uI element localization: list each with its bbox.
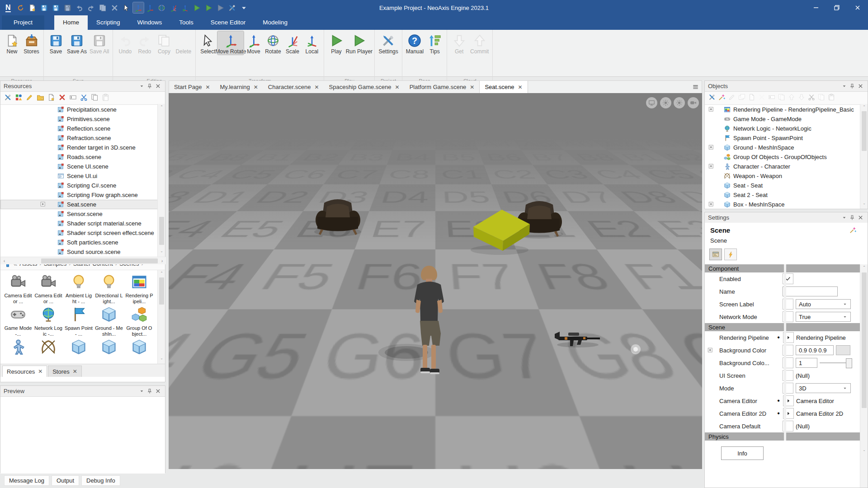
stores-button[interactable]: Stores	[22, 31, 41, 55]
panel-menu-icon[interactable]	[840, 82, 848, 90]
resources-scrollbar[interactable]: ˆˇ	[157, 104, 165, 257]
tree-item-refraction-scene[interactable]: Refraction.scene	[0, 133, 165, 143]
name-input[interactable]	[783, 286, 838, 296]
qat-axis-button[interactable]	[145, 2, 156, 13]
asset-thumb-spawn-point-[interactable]: Spawn Point - ...	[65, 306, 93, 337]
qat-cursor-button[interactable]	[121, 2, 132, 13]
tree-item-scene-ui-scene[interactable]: Scene UI.scene	[0, 162, 165, 171]
object-rendering-pipeline-renderingpipeline-basic[interactable]: Rendering Pipeline - RenderingPipeline_B…	[705, 105, 868, 114]
doc-tab-seat-scene[interactable]: Seat.scene✕	[479, 81, 528, 93]
toolbar-folder-star-button[interactable]	[37, 94, 44, 103]
bottom-tab-message-log[interactable]: Message Log	[4, 475, 49, 486]
qat-undo-button[interactable]	[74, 2, 85, 13]
asset-thumb-network-logic-[interactable]: Network Logic -...	[34, 306, 62, 337]
pin-icon[interactable]	[848, 214, 856, 222]
info-button[interactable]: Info	[721, 446, 764, 460]
tree-item-seat-scene[interactable]: Seat.scene	[0, 200, 165, 209]
menu-tab-windows[interactable]: Windows	[129, 15, 171, 30]
thumbnails-scrollbar[interactable]: ˆˇ	[157, 270, 165, 364]
tree-item-reflection-scene[interactable]: Reflection.scene	[0, 124, 165, 133]
save-all-button[interactable]: Save All	[88, 31, 110, 55]
object-network-logic-networklogic[interactable]: Network Logic - NetworkLogic	[705, 124, 868, 133]
expander-icon[interactable]	[708, 347, 713, 355]
viewport-brightness-button[interactable]	[660, 97, 671, 108]
play-button[interactable]: Play	[326, 31, 346, 55]
qat-floppy-button[interactable]	[62, 2, 73, 13]
settings-scrollbar[interactable]: ˆˇ	[860, 264, 868, 488]
qat-play-button[interactable]	[192, 2, 203, 13]
qat-axis-button[interactable]	[133, 2, 144, 13]
toolbar-copy-button[interactable]	[91, 94, 99, 103]
toolbar-window2-button[interactable]	[738, 94, 745, 103]
asset-thumb-directional-light-[interactable]: Directional Light...	[95, 274, 123, 304]
qat-play-button[interactable]	[215, 2, 226, 13]
panel-menu-icon[interactable]	[137, 82, 146, 90]
pin-icon[interactable]	[146, 387, 154, 395]
qat-page-star-button[interactable]	[27, 2, 38, 13]
save-as-button[interactable]: Save As	[66, 31, 88, 55]
object-spawn-point-spawnpoint[interactable]: Spawn Point - SpawnPoint	[705, 133, 868, 143]
asset-thumb-bow[interactable]	[34, 339, 62, 358]
dropdown[interactable]: 3D	[796, 383, 851, 393]
tree-item-shader-script-screen-effect-scene[interactable]: Shader script screen effect.scene	[0, 228, 165, 238]
panel-menu-icon[interactable]	[137, 387, 146, 395]
close-icon[interactable]	[856, 82, 864, 90]
resources-hscrollbar[interactable]: ‹›	[0, 257, 166, 264]
close-icon[interactable]: ✕	[314, 84, 319, 90]
doc-tab-character-scene[interactable]: Character.scene✕	[263, 81, 324, 93]
object-weapon-weapon[interactable]: Weapon - Weapon	[705, 171, 868, 181]
tree-item-shader-script-material-scene[interactable]: Shader script material.scene	[0, 219, 165, 228]
pin-icon[interactable]	[848, 82, 856, 90]
qat-caret-down-button[interactable]	[239, 2, 250, 13]
close-icon[interactable]: ✕	[395, 84, 400, 90]
qat-floppy-button[interactable]	[39, 2, 50, 13]
tree-item-soft-particles-scene[interactable]: Soft particles.scene	[0, 238, 165, 247]
close-icon[interactable]: ✕	[254, 84, 258, 90]
undo-button[interactable]: Undo	[115, 31, 135, 55]
expander-icon[interactable]	[40, 202, 46, 207]
close-icon[interactable]	[154, 387, 162, 395]
expander-icon[interactable]	[708, 145, 714, 150]
asset-thumb-game-mode-[interactable]: Game Mode -...	[4, 306, 32, 337]
toolbar-pencil-button[interactable]	[728, 94, 736, 103]
object-character-character[interactable]: Character - Character	[705, 162, 868, 171]
close-icon[interactable]: ✕	[73, 368, 77, 375]
color-swatch[interactable]	[836, 345, 850, 355]
toolbar-rename-button[interactable]	[69, 94, 77, 103]
slider[interactable]	[820, 362, 852, 363]
properties-view-button[interactable]	[709, 249, 722, 260]
object-game-mode-gamemode[interactable]: Game Mode - GameMode	[705, 114, 868, 124]
toolbar-paste-button[interactable]	[828, 94, 835, 103]
qat-scale-button[interactable]	[168, 2, 179, 13]
dropdown[interactable]: True	[796, 312, 851, 322]
close-icon[interactable]	[154, 82, 162, 90]
section-header-component[interactable]: Component	[705, 264, 860, 272]
menu-tab-tools[interactable]: Tools	[170, 15, 202, 30]
toolbar-page-star-button[interactable]	[47, 94, 55, 103]
tree-item-roads-scene[interactable]: Roads.scene	[0, 152, 165, 162]
value-field[interactable]: 1	[796, 358, 817, 368]
panel-tab-stores[interactable]: Stores✕	[48, 366, 82, 377]
toolbar-arrow-down-button[interactable]	[798, 94, 805, 103]
object-group-of-objects-groupofobjects[interactable]: Group Of Objects - GroupOfObjects	[705, 152, 868, 162]
new-button[interactable]: New	[2, 31, 22, 55]
viewport-brightness-button[interactable]	[674, 97, 685, 108]
color-value[interactable]: 0.9 0.9 0.9	[796, 345, 834, 355]
menu-tab-home[interactable]: Home	[54, 15, 88, 30]
reference-value[interactable]: Rendering Pipeline	[796, 334, 846, 341]
tree-item-render-target-in-3d-scene[interactable]: Render target in 3D.scene	[0, 143, 165, 152]
doc-tab-start-page[interactable]: Start Page✕	[169, 81, 215, 93]
expander-icon[interactable]	[708, 164, 714, 169]
tree-item-sound-source-scene[interactable]: Sound source.scene	[0, 247, 165, 257]
settings-column-divider[interactable]	[784, 264, 786, 441]
viewport-monitor-button[interactable]	[646, 97, 657, 108]
toolbar-tools-button[interactable]	[4, 94, 12, 103]
toolbar-pencil-button[interactable]	[26, 94, 33, 103]
asset-thumb-brick[interactable]	[95, 339, 123, 358]
copy-button[interactable]: Copy	[154, 31, 174, 55]
move-button[interactable]: Move	[244, 31, 263, 55]
tips-button[interactable]: Tips	[425, 31, 444, 55]
toolbar-x-red-button[interactable]	[58, 94, 66, 103]
doc-tab-list-button[interactable]	[692, 84, 699, 92]
qat-copy-button[interactable]	[98, 2, 108, 13]
